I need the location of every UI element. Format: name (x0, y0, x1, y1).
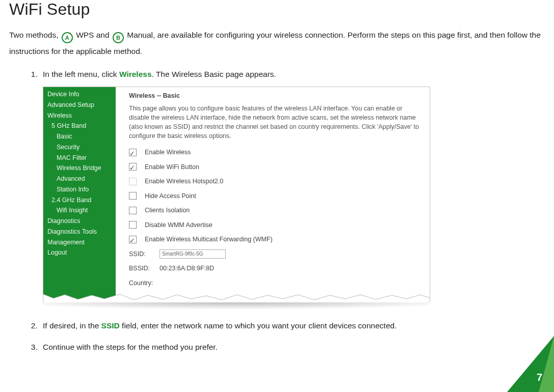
checkbox-icon[interactable] (129, 192, 137, 200)
step-1-pre: In the left menu, click (43, 70, 119, 78)
option-label: Enable Wireless (145, 147, 191, 158)
checkbox-icon[interactable] (129, 178, 137, 185)
option-row: Disable WMM Advertise (129, 219, 420, 231)
menu-item[interactable]: Diagnostics (43, 216, 116, 227)
option-label: Enable Wireless Multicast Forwarding (WM… (145, 234, 273, 245)
checkbox-icon[interactable] (129, 163, 137, 171)
menu-item[interactable]: Management (43, 237, 116, 248)
option-row: Enable WiFi Button (129, 161, 420, 173)
step-1: In the left menu, click Wireless. The Wi… (40, 67, 544, 310)
option-row: Clients Isolation (129, 205, 420, 216)
menu-item[interactable]: Station Info (43, 184, 116, 195)
menu-item[interactable]: Diagnostics Tools (43, 227, 116, 237)
page-number: 7 (537, 372, 542, 383)
steps-list: In the left menu, click Wireless. The Wi… (9, 67, 544, 354)
country-row: Country: (129, 277, 420, 289)
option-label: Clients Isolation (145, 205, 190, 216)
menu-item[interactable]: 2.4 GHz Band (43, 195, 116, 206)
menu-item[interactable]: Device Info (43, 89, 116, 100)
checkbox-icon[interactable] (129, 149, 137, 156)
menu-item[interactable]: Security (43, 142, 116, 153)
intro-pre: Two methods, (9, 31, 59, 39)
menu-item[interactable]: Wifi Insight (43, 205, 116, 216)
menu-item[interactable]: MAC Filter (43, 153, 116, 163)
bssid-row: BSSID: 00:23:6A:D8:9F:8D (129, 263, 420, 274)
option-row: Enable Wireless Multicast Forwarding (WM… (129, 234, 420, 245)
menu-item[interactable]: Logout (43, 247, 116, 258)
figure-shadow (43, 302, 429, 310)
router-content-panel: Wireless -- Basic This page allows you t… (116, 87, 430, 302)
menu-item[interactable]: Advanced Setup (43, 100, 116, 110)
option-label: Disable WMM Advertise (145, 219, 213, 231)
checkbox-icon[interactable] (129, 236, 137, 243)
page-corner-badge: 7 (507, 336, 554, 392)
menu-item[interactable]: Advanced (43, 174, 116, 184)
menu-item[interactable]: Basic (43, 131, 116, 142)
menu-item[interactable]: Wireless Bridge (43, 163, 116, 174)
panel-description: This page allows you to configure basic … (129, 104, 420, 141)
option-label: Enable Wireless Hotspot2.0 (145, 176, 223, 187)
country-label: Country: (129, 277, 160, 289)
badge-b-icon: B (113, 32, 124, 43)
option-label: Enable WiFi Button (145, 161, 199, 173)
step-2-emphasis: SSID (101, 321, 120, 330)
checkbox-icon[interactable] (129, 207, 137, 214)
menu-item[interactable]: 5 GHz Band (43, 121, 116, 131)
option-label: Hide Access Point (145, 190, 196, 202)
option-row: Enable Wireless Hotspot2.0 (129, 176, 420, 187)
step-3: Continue with the steps for the method y… (40, 340, 544, 354)
step-1-post: . The Wireless Basic page appears. (152, 70, 276, 78)
step-1-emphasis: Wireless (119, 70, 152, 78)
page-title: WiFi Setup (9, 0, 544, 19)
option-row: Hide Access Point (129, 190, 420, 202)
option-row: Enable Wireless (129, 147, 420, 158)
bssid-value: 00:23:6A:D8:9F:8D (160, 263, 214, 274)
ssid-label: SSID: (129, 248, 160, 260)
menu-item[interactable]: Wireless (43, 110, 116, 121)
screenshot-figure: Device InfoAdvanced SetupWireless5 GHz B… (43, 87, 430, 310)
step-2-pre: If desired, in the (43, 321, 101, 330)
ssid-input[interactable]: SmartRG-9f8c-5G (160, 249, 226, 259)
step-2: If desired, in the SSID field, enter the… (40, 319, 544, 333)
bssid-label: BSSID: (129, 263, 160, 274)
badge-a-icon: A (62, 32, 73, 43)
panel-title: Wireless -- Basic (129, 90, 420, 102)
checkbox-icon[interactable] (129, 221, 137, 229)
router-side-menu: Device InfoAdvanced SetupWireless5 GHz B… (43, 87, 116, 302)
intro-method-a: WPS and (76, 31, 112, 39)
intro-paragraph: Two methods, A WPS and B Manual, are ava… (9, 27, 544, 60)
ssid-row: SSID: SmartRG-9f8c-5G (129, 248, 420, 260)
step-2-post: field, enter the network name to which y… (120, 321, 397, 330)
